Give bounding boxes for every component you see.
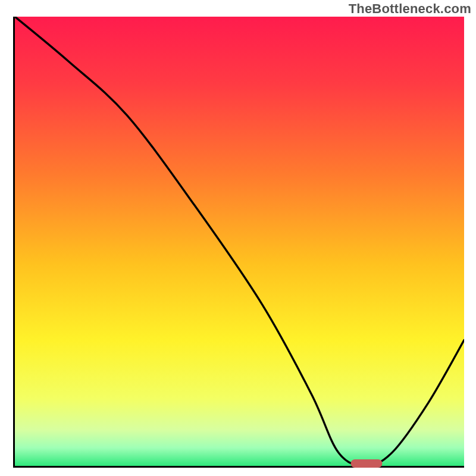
bottleneck-figure: TheBottleneck.com bbox=[0, 0, 476, 476]
optimal-zone-marker bbox=[351, 459, 383, 468]
bottleneck-curve bbox=[15, 17, 464, 466]
watermark-text: TheBottleneck.com bbox=[349, 1, 471, 17]
plot-area bbox=[13, 17, 464, 468]
